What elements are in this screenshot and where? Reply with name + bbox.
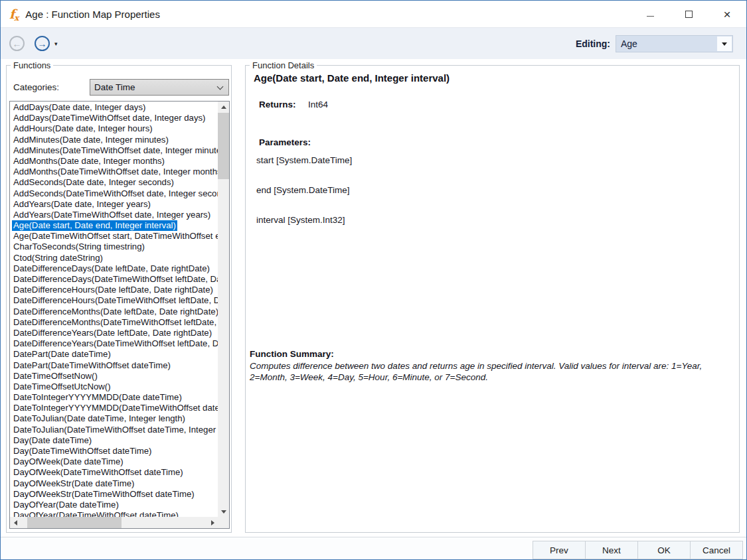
toolbar: ← → ▾ Editing: Age [1,27,746,59]
vertical-scroll-thumb[interactable] [218,113,229,179]
list-item[interactable]: Age(DateTimeWithOffset start, DateTimeWi… [12,231,218,242]
list-item[interactable]: DateToJulian(Date dateTime, Integer leng… [12,413,218,424]
list-item[interactable]: AddMinutes(DateTimeWithOffset date, Inte… [12,145,218,156]
list-item[interactable]: AddDays(DateTimeWithOffset date, Integer… [12,113,218,123]
parameter-item: end [System.DateTime] [256,185,522,215]
back-button[interactable]: ← [9,36,25,51]
chevron-down-icon [722,42,727,46]
cancel-button[interactable]: Cancel [690,541,743,559]
list-item[interactable]: AddMonths(DateTimeWithOffset date, Integ… [12,167,218,177]
dialog-window: fx Age : Function Map Properties × ← → ▾… [0,0,747,560]
scroll-left-button[interactable] [10,517,21,528]
list-item[interactable]: DateDifferenceDays(DateTimeWithOffset le… [12,274,218,285]
forward-button[interactable]: → [35,36,50,51]
footer-bar: PrevNextOKCancel [1,537,746,559]
list-item[interactable]: DayOfWeekStr(DateTimeWithOffset dateTime… [12,489,218,500]
triangle-down-icon [221,510,226,514]
next-button[interactable]: Next [585,541,638,559]
function-summary-text: Computes difference between two dates an… [250,360,725,383]
list-item[interactable]: AddSeconds(DateTimeWithOffset date, Inte… [12,188,218,199]
list-item[interactable]: DateDifferenceHours(Date leftDate, Date … [12,285,218,295]
returns-value: Int64 [308,100,328,109]
parameters-list: start [System.DateTime]end [System.DateT… [256,155,522,245]
forward-dropdown-caret-icon[interactable]: ▾ [54,40,58,47]
list-item[interactable]: AddMonths(Date date, Integer months) [12,156,218,167]
window-controls: × [631,1,746,27]
functions-groupbox: Functions Categories: Date Time AddDays(… [6,65,232,533]
titlebar: fx Age : Function Map Properties × [1,1,746,27]
list-item[interactable]: DayOfYear(DateTimeWithOffset dateTime) [12,510,218,517]
list-item[interactable]: AddHours(Date date, Integer hours) [12,123,218,134]
function-details-group-label: Function Details [250,60,317,70]
scroll-down-button[interactable] [218,506,229,517]
list-item[interactable]: DateDifferenceYears(Date leftDate, Date … [12,328,218,338]
list-item[interactable]: DayOfWeek(DateTimeWithOffset dateTime) [12,467,218,478]
functions-group-label: Functions [11,60,53,70]
triangle-up-icon [221,105,226,109]
close-button[interactable]: × [708,1,746,27]
scrollbar-corner [218,517,229,528]
list-item[interactable]: DateToIntegerYYYYMMDD(DateTimeWithOffset… [12,403,218,413]
vertical-scrollbar[interactable] [218,102,229,517]
list-item[interactable]: Day(DateTimeWithOffset dateTime) [12,446,218,456]
list-item[interactable]: AddYears(Date date, Integer years) [12,199,218,210]
parameter-item: interval [System.Int32] [256,215,522,245]
categories-dropdown[interactable]: Date Time [90,79,229,96]
function-signature: Age(Date start, Date end, Integer interv… [254,72,450,84]
list-item[interactable]: DateDifferenceHours(DateTimeWithOffset l… [12,295,218,306]
list-item[interactable]: DatePart(Date dateTime) [12,349,218,360]
list-item[interactable]: DateDifferenceMonths(Date leftDate, Date… [12,307,218,317]
scroll-up-button[interactable] [218,102,229,112]
list-item[interactable]: DateTimeOffsetUtcNow() [12,382,218,392]
function-details-groupbox: Function Details Age(Date start, Date en… [245,65,740,533]
minimize-button[interactable] [631,1,669,27]
list-item[interactable]: Ctod(String dateString) [12,253,218,263]
fx-icon: fx [9,8,19,21]
editing-section: Editing: Age [576,28,733,60]
list-item[interactable]: AddSeconds(Date date, Integer seconds) [12,177,218,188]
chevron-down-icon [217,84,224,90]
forward-arrow-icon: → [38,38,47,49]
list-item[interactable]: DatePart(DateTimeWithOffset dateTime) [12,360,218,371]
editing-dropdown[interactable]: Age [616,35,733,52]
footer-buttons: PrevNextOKCancel [533,541,743,559]
list-item[interactable]: DayOfWeek(Date dateTime) [12,456,218,467]
list-item[interactable]: AddDays(Date date, Integer days) [12,102,218,113]
editing-label: Editing: [576,38,610,49]
parameter-item: start [System.DateTime] [256,155,522,185]
scroll-right-button[interactable] [207,517,218,528]
maximize-button[interactable] [669,1,708,27]
back-arrow-icon: ← [13,38,22,49]
editing-dropdown-button[interactable] [717,36,732,51]
list-item[interactable]: Age(Date start, Date end, Integer interv… [12,220,218,231]
list-item[interactable]: DateDifferenceYears(DateTimeWithOffset l… [12,338,218,349]
list-item[interactable]: DateDifferenceDays(Date leftDate, Date r… [12,263,218,274]
close-icon: × [723,8,730,21]
minimize-icon [647,16,654,17]
horizontal-scroll-thumb[interactable] [27,517,122,528]
function-list: AddDays(Date date, Integer days)AddDays(… [10,102,218,517]
window-title: Age : Function Map Properties [25,9,160,20]
list-item[interactable]: DateDifferenceMonths(DateTimeWithOffset … [12,317,218,328]
maximize-icon [685,11,693,18]
list-item[interactable]: DayOfYear(Date dateTime) [12,500,218,510]
parameters-label: Parameters: [259,137,311,147]
triangle-left-icon [14,520,17,525]
list-item[interactable]: DateToIntegerYYYYMMDD(Date dateTime) [12,392,218,403]
categories-label: Categories: [13,82,59,92]
function-summary-label: Function Summary: [250,349,334,359]
list-item[interactable]: DayOfWeekStr(Date dateTime) [12,478,218,489]
triangle-right-icon [211,520,214,525]
editing-dropdown-value: Age [621,38,637,49]
function-listbox: AddDays(Date date, Integer days)AddDays(… [9,101,230,529]
prev-button[interactable]: Prev [533,541,586,559]
horizontal-scrollbar[interactable] [10,517,218,528]
list-item[interactable]: Day(Date dateTime) [12,435,218,446]
list-item[interactable]: AddMinutes(Date date, Integer minutes) [12,135,218,145]
categories-dropdown-value: Date Time [94,82,135,92]
ok-button[interactable]: OK [637,541,691,559]
list-item[interactable]: DateTimeOffsetNow() [12,371,218,382]
list-item[interactable]: DateToJulian(DateTimeWithOffset dateTime… [12,425,218,435]
list-item[interactable]: CharToSeconds(String timestring) [12,242,218,252]
list-item[interactable]: AddYears(DateTimeWithOffset date, Intege… [12,210,218,220]
